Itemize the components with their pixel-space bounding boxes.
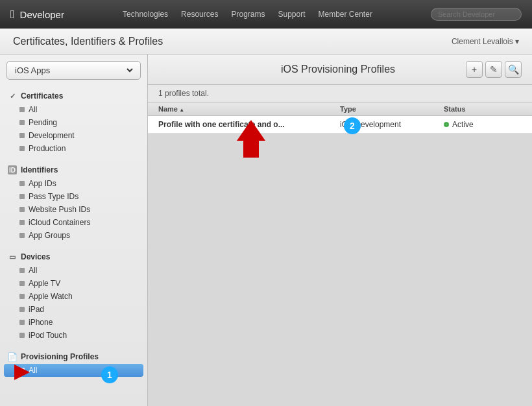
cert-icon: ✓ — [8, 91, 17, 101]
user-menu[interactable]: Clement Levallois — [452, 37, 519, 46]
platform-dropdown[interactable]: iOS Apps macOS tvOS watchOS — [6, 61, 141, 80]
sidebar-item-ipodtouch[interactable]: iPod Touch — [0, 329, 147, 342]
toolbar: + ✎ 🔍 — [466, 61, 522, 78]
annotation-badge-2: 2 — [344, 117, 361, 134]
certificates-header: ✓ Certificates — [0, 89, 147, 103]
bullet-icon — [19, 207, 25, 212]
col-name[interactable]: Name — [158, 105, 340, 113]
col-status: Status — [444, 105, 522, 113]
bullet-icon — [19, 281, 25, 286]
sidebar-item-ipad[interactable]: iPad — [0, 303, 147, 316]
provisioning-label: Provisioning Profiles — [21, 352, 99, 361]
provisioning-header: 📄 Provisioning Profiles — [0, 350, 147, 364]
sidebar-item-icloud[interactable]: iCloud Containers — [0, 216, 147, 229]
top-nav:  Developer Technologies Resources Progr… — [0, 0, 532, 29]
search-icon: 🔍 — [508, 64, 519, 75]
brand-logo:  Developer — [10, 8, 64, 21]
sidebar-item-applewatch[interactable]: Apple Watch — [0, 290, 147, 303]
bullet-icon — [19, 294, 25, 299]
identifiers-label: Identifiers — [21, 165, 58, 174]
brand-name: Developer — [20, 9, 64, 20]
sidebar-item-devices-all[interactable]: All — [0, 264, 147, 277]
sidebar-item-passtypes[interactable]: Pass Type IDs — [0, 190, 147, 203]
content-header: iOS Provisioning Profiles + ✎ 🔍 — [148, 54, 532, 85]
annotation-arrow-left — [14, 364, 30, 380]
search-button[interactable]: 🔍 — [505, 61, 522, 78]
edit-button[interactable]: ✎ — [485, 61, 502, 78]
bullet-icon — [19, 133, 25, 138]
identifiers-header: ID Identifiers — [0, 163, 147, 177]
bullet-icon — [19, 181, 25, 186]
bullet-icon — [19, 320, 25, 325]
sidebar-item-certs-prod[interactable]: Production — [0, 142, 147, 155]
sub-header: Certificates, Identifiers & Profiles Cle… — [0, 29, 532, 54]
bullet-icon — [19, 307, 25, 312]
sidebar-item-certs-all[interactable]: All — [0, 103, 147, 116]
status-dot-icon — [444, 122, 449, 127]
id-icon: ID — [8, 165, 17, 174]
device-icon: ▭ — [8, 252, 17, 261]
profiles-count: 1 profiles total. — [148, 85, 532, 102]
devices-header: ▭ Devices — [0, 250, 147, 264]
sidebar-item-websitepush[interactable]: Website Push IDs — [0, 203, 147, 216]
page-title: Certificates, Identifiers & Profiles — [13, 36, 163, 47]
row-profile-status: Active — [444, 120, 522, 129]
nav-resources[interactable]: Resources — [181, 10, 218, 19]
add-button[interactable]: + — [466, 61, 483, 78]
bullet-icon — [19, 220, 25, 225]
annotation-badge-1: 1 — [101, 366, 118, 383]
sidebar-item-appids[interactable]: App IDs — [0, 177, 147, 190]
content-area: iOS Provisioning Profiles + ✎ 🔍 1 profil… — [148, 54, 532, 406]
profile-icon: 📄 — [8, 352, 17, 361]
sidebar-item-iphone[interactable]: iPhone — [0, 316, 147, 329]
nav-member-center[interactable]: Member Center — [319, 10, 372, 19]
identifiers-section: ID Identifiers App IDs Pass Type IDs Web… — [0, 159, 147, 246]
certificates-label: Certificates — [21, 91, 63, 101]
sidebar-item-certs-dev[interactable]: Development — [0, 129, 147, 142]
col-type: Type — [340, 105, 444, 113]
certificates-section: ✓ Certificates All Pending Development P… — [0, 85, 147, 159]
table-row[interactable]: Profile with one certificate and o... iO… — [148, 116, 532, 134]
table-header: Name Type Status — [148, 102, 532, 116]
nav-technologies[interactable]: Technologies — [123, 10, 168, 19]
sidebar-item-appletv[interactable]: Apple TV — [0, 277, 147, 290]
bullet-icon — [19, 120, 25, 125]
bullet-icon — [19, 233, 25, 238]
platform-select[interactable]: iOS Apps macOS tvOS watchOS — [12, 65, 135, 76]
bullet-icon — [19, 107, 25, 112]
nav-programs[interactable]: Programs — [231, 10, 265, 19]
search-input[interactable] — [431, 8, 522, 21]
bullet-icon — [19, 194, 25, 199]
nav-support[interactable]: Support — [278, 10, 305, 19]
sidebar-item-certs-pending[interactable]: Pending — [0, 116, 147, 129]
sidebar: iOS Apps macOS tvOS watchOS ✓ Certificat… — [0, 54, 148, 406]
bullet-icon — [19, 268, 25, 273]
content-title: iOS Provisioning Profiles — [210, 64, 466, 75]
bullet-icon — [19, 146, 25, 151]
table-body: Profile with one certificate and o... iO… — [148, 116, 532, 406]
main-layout: iOS Apps macOS tvOS watchOS ✓ Certificat… — [0, 54, 532, 406]
nav-links: Technologies Resources Programs Support … — [80, 10, 415, 19]
devices-section: ▭ Devices All Apple TV Apple Watch iPad — [0, 246, 147, 346]
devices-label: Devices — [21, 252, 50, 261]
sidebar-item-appgroups[interactable]: App Groups — [0, 229, 147, 242]
row-profile-name: Profile with one certificate and o... — [158, 120, 340, 129]
apple-icon:  — [10, 8, 15, 21]
bullet-icon — [19, 333, 25, 338]
